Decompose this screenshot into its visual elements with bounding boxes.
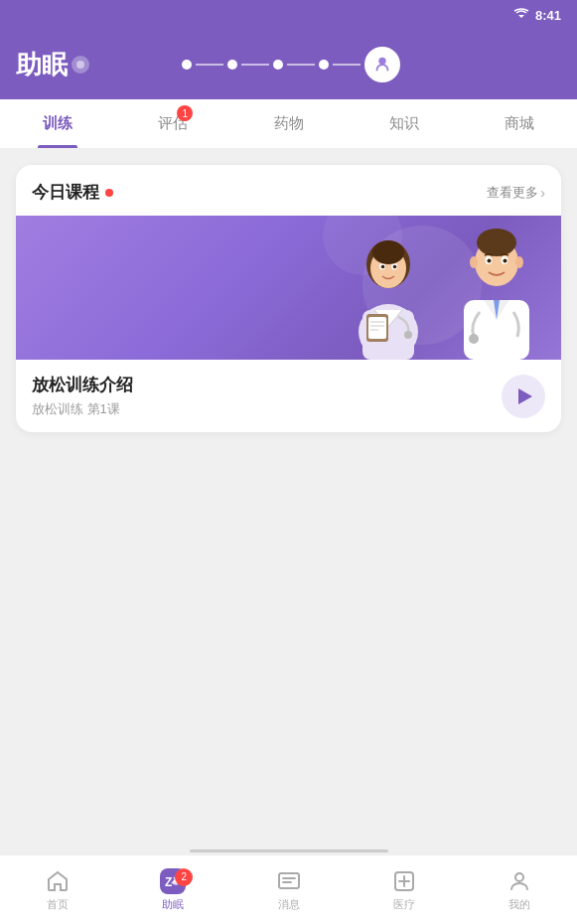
card-header: 今日课程 查看更多 › [16, 165, 561, 216]
see-more-arrow-icon: › [540, 185, 545, 201]
tab-bar: 训练 评估 1 药物 知识 商城 [0, 99, 577, 149]
dot-line-4 [333, 64, 361, 66]
profile-icon [506, 868, 532, 894]
svg-point-12 [404, 331, 412, 339]
svg-point-15 [381, 265, 385, 269]
svg-point-1 [76, 61, 84, 69]
svg-rect-31 [279, 873, 299, 888]
progress-dots [178, 47, 400, 82]
dot-end [364, 47, 400, 82]
course-banner [16, 216, 561, 360]
doctor-group [339, 216, 551, 360]
tab-knowledge[interactable]: 知识 [347, 99, 462, 148]
nav-sleep[interactable]: 2 Z z 助眠 [115, 868, 230, 912]
tab-eval-badge: 1 [177, 105, 193, 121]
dot-line-3 [287, 64, 315, 66]
play-button[interactable] [502, 375, 545, 418]
message-icon [276, 868, 302, 894]
nav-home[interactable]: 首页 [0, 868, 115, 912]
svg-point-27 [515, 256, 523, 268]
nav-home-label: 首页 [47, 897, 69, 912]
male-doctor-icon [442, 216, 551, 360]
today-course-card: 今日课程 查看更多 › [16, 165, 561, 432]
tab-knowledge-label: 知识 [389, 114, 419, 133]
svg-point-2 [378, 58, 385, 65]
medical-icon [391, 868, 417, 894]
nav-sleep-badge: 2 [175, 868, 193, 886]
title-red-dot [105, 189, 113, 197]
tab-shop[interactable]: 商城 [462, 99, 577, 148]
bottom-nav: 首页 2 Z z 助眠 消息 [0, 854, 577, 924]
app-logo: 助眠 [16, 48, 89, 82]
svg-point-33 [515, 873, 523, 881]
dot-3 [273, 60, 283, 70]
svg-point-26 [470, 256, 478, 268]
card-title: 今日课程 [32, 181, 113, 204]
svg-point-21 [469, 334, 479, 344]
nav-profile-label: 我的 [508, 897, 530, 912]
section-title: 今日课程 [32, 181, 99, 204]
nav-sleep-label: 助眠 [162, 897, 184, 912]
scroll-hint [190, 849, 388, 852]
tab-train[interactable]: 训练 [0, 99, 115, 148]
tab-shop-label: 商城 [505, 114, 534, 133]
dot-line-2 [241, 64, 269, 66]
nav-message[interactable]: 消息 [230, 868, 346, 912]
dot-1 [182, 60, 192, 70]
logo-badge [72, 56, 89, 74]
tab-train-label: 训练 [43, 114, 72, 133]
home-icon [45, 868, 71, 894]
svg-point-17 [372, 240, 404, 264]
wifi-icon [513, 8, 529, 23]
svg-point-16 [393, 265, 397, 269]
course-info: 放松训练介绍 放松训练 第1课 [16, 360, 561, 432]
see-more-button[interactable]: 查看更多 › [487, 184, 545, 202]
nav-medical[interactable]: 医疗 [347, 868, 462, 912]
dot-4 [319, 60, 329, 70]
course-text: 放松训练介绍 放松训练 第1课 [32, 374, 133, 418]
status-bar: 8:41 [0, 0, 577, 30]
svg-point-20 [477, 229, 516, 256]
nav-profile[interactable]: 我的 [462, 868, 577, 912]
svg-rect-8 [368, 317, 386, 339]
tab-medicine[interactable]: 药物 [230, 99, 346, 148]
tab-medicine-label: 药物 [274, 114, 304, 133]
course-name: 放松训练介绍 [32, 374, 133, 396]
svg-marker-0 [518, 15, 524, 18]
app-header: 助眠 [0, 30, 577, 99]
nav-medical-label: 医疗 [393, 897, 415, 912]
female-doctor-icon [339, 223, 438, 360]
dot-2 [227, 60, 237, 70]
svg-point-25 [504, 259, 507, 263]
dot-line-1 [196, 64, 223, 66]
svg-point-24 [488, 259, 492, 263]
course-sub: 放松训练 第1课 [32, 400, 133, 418]
tab-eval[interactable]: 评估 1 [115, 99, 230, 148]
see-more-label: 查看更多 [487, 184, 538, 202]
main-content: 今日课程 查看更多 › [0, 149, 577, 854]
app-title: 助眠 [16, 48, 68, 82]
status-time: 8:41 [535, 8, 561, 23]
nav-message-label: 消息 [278, 897, 300, 912]
play-icon [518, 388, 532, 404]
